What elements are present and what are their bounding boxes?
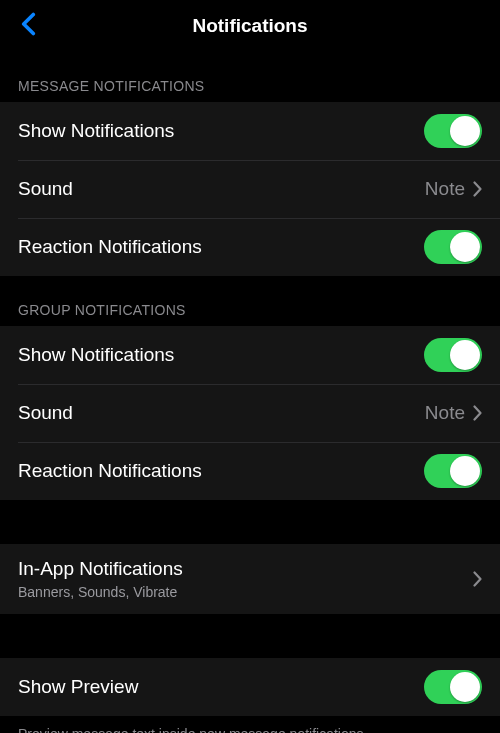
row-label: Reaction Notifications: [18, 460, 424, 482]
chevron-right-icon: [473, 181, 482, 197]
row-value: Note: [425, 402, 465, 424]
toggle-show-preview[interactable]: [424, 670, 482, 704]
page-title: Notifications: [192, 15, 307, 37]
row-sublabel: Banners, Sounds, Vibrate: [18, 584, 473, 600]
row-show-preview[interactable]: Show Preview: [0, 658, 500, 716]
section-header-group: GROUP NOTIFICATIONS: [0, 276, 500, 326]
row-group-reaction[interactable]: Reaction Notifications: [0, 442, 500, 500]
section-gap: [0, 500, 500, 544]
toggle-message-reaction[interactable]: [424, 230, 482, 264]
row-inapp-notifications[interactable]: In-App Notifications Banners, Sounds, Vi…: [0, 544, 500, 614]
row-label: Show Notifications: [18, 344, 424, 366]
toggle-group-show-notifications[interactable]: [424, 338, 482, 372]
row-message-reaction[interactable]: Reaction Notifications: [0, 218, 500, 276]
row-value: Note: [425, 178, 465, 200]
section-footer-preview: Preview message text inside new message …: [0, 716, 500, 733]
row-label: Sound: [18, 402, 425, 424]
section-inapp: In-App Notifications Banners, Sounds, Vi…: [0, 544, 500, 614]
row-label: Sound: [18, 178, 425, 200]
chevron-left-icon: [21, 12, 36, 40]
chevron-right-icon: [473, 405, 482, 421]
chevron-right-icon: [473, 571, 482, 587]
row-label: Reaction Notifications: [18, 236, 424, 258]
section-gap: [0, 614, 500, 658]
row-group-sound[interactable]: Sound Note: [0, 384, 500, 442]
section-group: Show Notifications Sound Note Reaction N…: [0, 326, 500, 500]
row-label: In-App Notifications: [18, 558, 473, 580]
row-message-show-notifications[interactable]: Show Notifications: [0, 102, 500, 160]
row-group-show-notifications[interactable]: Show Notifications: [0, 326, 500, 384]
toggle-message-show-notifications[interactable]: [424, 114, 482, 148]
header-bar: Notifications: [0, 0, 500, 52]
back-button[interactable]: [12, 10, 44, 42]
section-preview: Show Preview: [0, 658, 500, 716]
row-label: Show Preview: [18, 676, 424, 698]
row-label: Show Notifications: [18, 120, 424, 142]
row-message-sound[interactable]: Sound Note: [0, 160, 500, 218]
toggle-group-reaction[interactable]: [424, 454, 482, 488]
section-message: Show Notifications Sound Note Reaction N…: [0, 102, 500, 276]
section-header-message: MESSAGE NOTIFICATIONS: [0, 52, 500, 102]
